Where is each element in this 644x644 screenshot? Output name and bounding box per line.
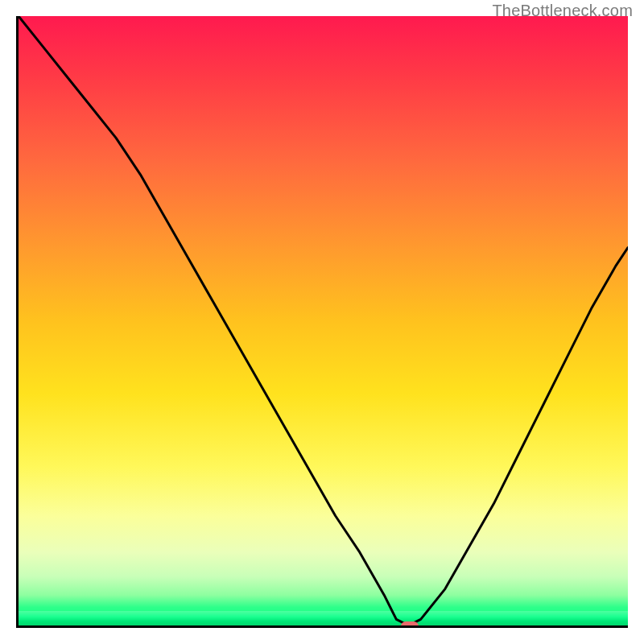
bottleneck-chart: TheBottleneck.com: [0, 0, 644, 644]
plot-area: [16, 16, 628, 628]
line-series: [19, 16, 628, 625]
optimal-point-marker: [401, 621, 419, 628]
